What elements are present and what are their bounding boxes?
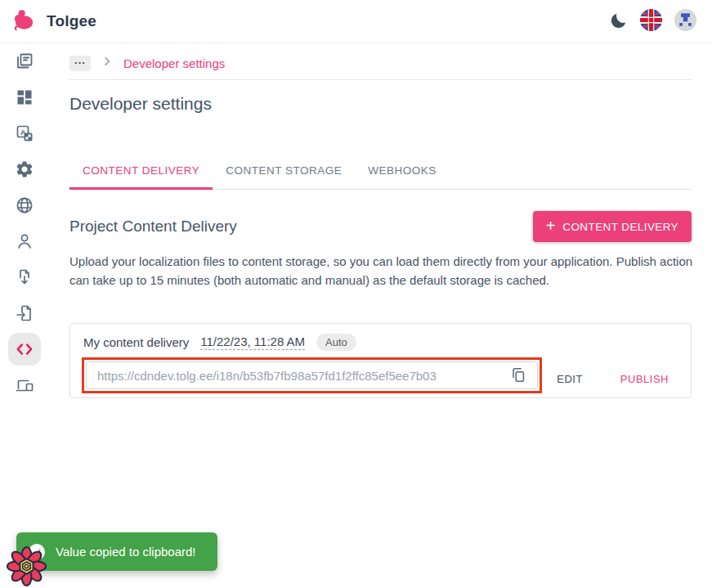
language-selector[interactable] [639,8,663,34]
tab-webhooks[interactable]: WEBHOOKS [355,153,450,189]
publish-button[interactable]: PUBLISH [619,370,670,388]
sidebar-item-settings[interactable] [0,151,49,187]
content-delivery-card: My content delivery 11/22/23, 11:28 AM A… [69,323,692,398]
toast-message: Value copied to clipboard! [56,545,196,559]
sidebar-item-projects[interactable] [0,43,49,79]
sidebar-item-translations[interactable]: A [0,115,49,151]
settings-gear-icon [8,153,41,186]
tab-content-storage[interactable]: CONTENT STORAGE [213,153,355,189]
published-timestamp[interactable]: 11/22/23, 11:28 AM [200,334,305,350]
moon-icon [609,11,629,33]
section-description: Upload your localization files to conten… [69,253,693,290]
globe-icon [8,189,41,222]
person-icon [8,225,41,258]
app-window: Tolgee [0,0,712,588]
translations-icon: A [8,117,41,150]
tab-bar: CONTENT DELIVERY CONTENT STORAGE WEBHOOK… [69,153,692,190]
main-content: ... Developer settings Developer setting… [49,43,712,588]
breadcrumb-current-link[interactable]: Developer settings [123,56,225,70]
sidebar-item-developer-settings[interactable] [0,331,49,367]
delivery-name: My content delivery [83,335,189,349]
edit-button[interactable]: EDIT [555,370,584,388]
cdn-url-field[interactable]: https://cdndev.tolg.ee/i18n/b53fb7fb98a5… [86,361,538,389]
uk-flag-icon [639,8,663,34]
top-bar: Tolgee [0,0,712,43]
sidebar: A [0,43,49,588]
section-heading: Project Content Delivery [69,218,237,236]
auto-badge: Auto [316,334,356,351]
breadcrumb: ... Developer settings [69,52,225,74]
projects-icon [8,45,41,78]
card-header: My content delivery 11/22/23, 11:28 AM A… [83,334,356,351]
dark-mode-toggle[interactable] [609,11,629,33]
chevron-right-icon [101,55,114,71]
add-content-delivery-label: CONTENT DELIVERY [562,221,678,233]
toast-notification: Value copied to clipboard! [16,532,217,571]
url-field-highlight: https://cdndev.tolg.ee/i18n/b53fb7fb98a5… [82,357,542,393]
sidebar-item-dashboard[interactable] [0,79,49,115]
tolgee-logo-icon [11,7,38,37]
brand[interactable]: Tolgee [11,7,96,37]
success-check-icon [29,544,45,560]
developer-settings-code-icon [8,333,41,366]
breadcrumb-divider [69,79,692,80]
user-menu[interactable] [674,8,697,34]
avatar [674,8,697,34]
brand-name: Tolgee [47,12,96,30]
add-content-delivery-button[interactable]: + CONTENT DELIVERY [533,211,692,242]
export-icon [8,261,41,294]
cdn-url-text: https://cdndev.tolg.ee/i18n/b53fb7fb98a5… [97,369,506,383]
import-icon [8,297,41,330]
devices-icon [8,369,41,402]
sidebar-item-members[interactable] [0,223,49,259]
tab-content-delivery[interactable]: CONTENT DELIVERY [69,153,213,189]
topbar-actions [609,8,697,34]
page-title: Developer settings [69,94,212,114]
dashboard-icon [8,81,41,114]
copy-url-button[interactable] [506,363,531,388]
plus-icon: + [546,218,556,234]
section-header: Project Content Delivery + CONTENT DELIV… [69,210,692,243]
sidebar-item-import[interactable] [0,295,49,331]
card-actions: EDIT PUBLISH [555,370,670,388]
breadcrumb-collapsed-button[interactable]: ... [69,56,91,71]
copy-icon [509,366,527,386]
sidebar-item-languages[interactable] [0,187,49,223]
sidebar-item-export[interactable] [0,259,49,295]
sidebar-item-integrate[interactable] [0,367,49,403]
